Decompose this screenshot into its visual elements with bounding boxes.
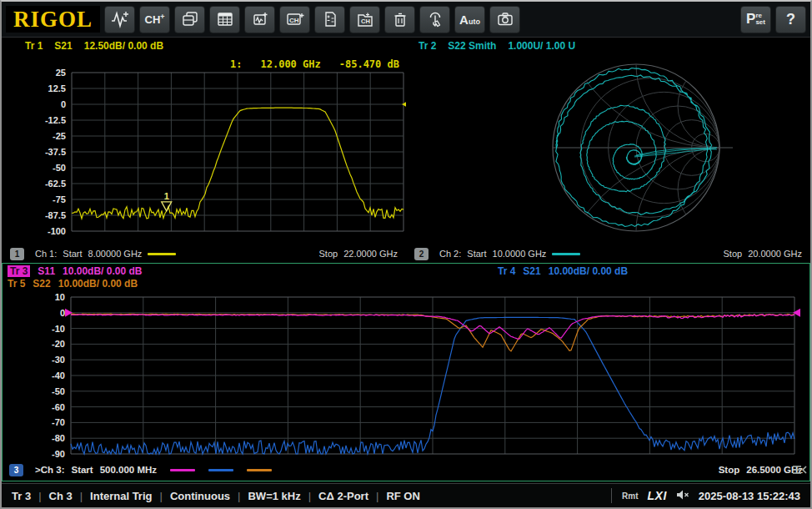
marker1-readout: 1: 12.000 GHz -85.470 dB xyxy=(230,58,399,70)
datetime-display: 2025-08-13 15:22:43 xyxy=(699,490,800,502)
svg-text:-20: -20 xyxy=(52,339,65,349)
svg-text:CH: CH xyxy=(289,17,299,24)
tr3-header[interactable]: Tr 3 S11 10.00dB/ 0.00 dB xyxy=(8,265,142,277)
marker1-index: 1: xyxy=(230,58,242,70)
svg-text:-12.5: -12.5 xyxy=(45,115,66,125)
trace-save-icon xyxy=(321,10,339,28)
tr5-scale: 10.00dB/ 0.00 dB xyxy=(58,278,138,290)
toolbar: RIGOL CH+ CH xyxy=(2,2,810,38)
preset-button[interactable]: Preset xyxy=(740,6,771,33)
ch3-badge[interactable]: 3 xyxy=(9,464,23,476)
status-sweep[interactable]: Continuous xyxy=(170,490,230,502)
tr4-trace-swatch xyxy=(208,469,233,471)
trace-window-button[interactable] xyxy=(244,6,275,33)
channel-save-button[interactable]: CH xyxy=(349,6,380,33)
ch3-plot[interactable]: 100-10-20-30-40-50-60-70-80-90 xyxy=(3,294,809,459)
ch3-footer: 3 >Ch 3: Start 500.000 MHz Stop 26.5000 … xyxy=(3,460,809,480)
ch2-stop-value: 20.0000 GHz xyxy=(748,249,802,259)
svg-text:-90: -90 xyxy=(52,449,65,459)
svg-text:0: 0 xyxy=(61,99,66,109)
status-bar: Tr 3 | Ch 3 | Internal Trig | Continuous… xyxy=(2,483,810,507)
status-trace[interactable]: Tr 3 xyxy=(12,490,31,502)
trace-save-button[interactable] xyxy=(314,6,345,33)
channel-window-button[interactable]: CH xyxy=(279,6,310,33)
tr3-label: Tr 3 xyxy=(8,265,30,277)
channel2-panel: Tr 2 S22 Smith 1.000U/ 1.00 U 2 Ch 2: St… xyxy=(406,38,810,263)
svg-text:-62.5: -62.5 xyxy=(45,179,66,189)
channel-window-icon: CH xyxy=(285,10,305,28)
tr5-header[interactable]: Tr 5 S22 10.00dB/ 0.00 dB xyxy=(8,278,138,290)
status-channel[interactable]: Ch 3 xyxy=(49,490,73,502)
tr5-trace-swatch xyxy=(247,469,272,471)
svg-text:CH: CH xyxy=(361,18,370,25)
channel3-panel: Tr 3 S11 10.00dB/ 0.00 dB Tr 5 S22 10.00… xyxy=(2,263,810,481)
tr1-header[interactable]: Tr 1 S21 12.50dB/ 0.00 dB xyxy=(25,40,163,52)
svg-text:-40: -40 xyxy=(52,370,65,380)
svg-text:0: 0 xyxy=(60,308,65,318)
measure-table-icon xyxy=(216,10,234,28)
camera-icon xyxy=(496,10,514,28)
svg-text:12.5: 12.5 xyxy=(48,83,66,93)
ch3-label: >Ch 3: xyxy=(35,465,64,475)
svg-text:-60: -60 xyxy=(52,402,65,412)
channel-add-button[interactable]: CH+ xyxy=(139,6,170,33)
tr2-trace-swatch xyxy=(552,253,580,255)
ch1-badge[interactable]: 1 xyxy=(10,248,24,260)
svg-text:-75: -75 xyxy=(53,194,66,204)
top-row: Tr 1 S21 12.50dB/ 0.00 dB 1: 12.000 GHz … xyxy=(2,38,810,263)
marker1-freq: 12.000 GHz xyxy=(261,58,321,70)
tr4-param: S21 xyxy=(523,265,540,277)
tr1-trace-swatch xyxy=(148,253,176,255)
tr1-scale: 12.50dB/ 0.00 dB xyxy=(84,40,163,52)
vna-screen: RIGOL CH+ CH xyxy=(0,0,812,509)
tr1-plot[interactable]: 2512.50-12.5-25-37.5-50-62.5-75-87.5-100… xyxy=(2,53,406,244)
display-layout-button[interactable] xyxy=(174,6,205,33)
rigol-logo: RIGOL xyxy=(6,6,100,33)
tr2-scale: 1.000U/ 1.00 U xyxy=(508,40,575,52)
svg-text:-80: -80 xyxy=(52,433,65,443)
measure-table-button[interactable] xyxy=(209,6,240,33)
trace-add-button[interactable] xyxy=(104,6,135,33)
speaker-mute-icon xyxy=(676,489,689,503)
ch1-label: Ch 1: xyxy=(35,249,57,259)
svg-text:-100: -100 xyxy=(48,226,66,236)
tr5-label: Tr 5 xyxy=(8,278,25,290)
status-cal[interactable]: CΔ 2-Port xyxy=(318,490,368,502)
touch-icon xyxy=(426,10,444,28)
tr4-label: Tr 4 xyxy=(498,265,515,277)
svg-text:-70: -70 xyxy=(52,417,65,427)
help-button[interactable]: ? xyxy=(775,6,806,33)
svg-text:-87.5: -87.5 xyxy=(45,210,66,220)
ch2-label: Ch 2: xyxy=(439,249,461,259)
menu-collapse-icon[interactable] xyxy=(791,464,808,479)
ch3-stop-label: Stop xyxy=(719,465,740,475)
ch1-start-value: 8.00000 GHz xyxy=(88,249,143,259)
auto-scale-button[interactable]: Auto xyxy=(454,6,485,33)
trace-window-icon xyxy=(251,10,269,28)
tr2-label: Tr 2 xyxy=(419,40,436,52)
tr2-header[interactable]: Tr 2 S22 Smith 1.000U/ 1.00 U xyxy=(419,40,575,52)
status-bandwidth[interactable]: BW=1 kHz xyxy=(248,490,300,502)
delete-button[interactable] xyxy=(384,6,415,33)
touch-mode-button[interactable] xyxy=(419,6,450,33)
svg-text:-30: -30 xyxy=(52,355,65,365)
help-icon: ? xyxy=(786,11,795,28)
ch1-stop-value: 22.0000 GHz xyxy=(343,249,398,259)
window-layers-icon xyxy=(181,10,199,28)
channel-save-icon: CH xyxy=(356,10,374,28)
svg-text:-50: -50 xyxy=(53,163,66,173)
tr1-param: S21 xyxy=(54,40,72,52)
tr5-param: S22 xyxy=(33,278,50,290)
tr4-header[interactable]: Tr 4 S21 10.00dB/ 0.00 dB xyxy=(498,265,628,277)
tr2-smith-chart[interactable] xyxy=(406,53,810,244)
ch2-start-label: Start xyxy=(467,249,486,259)
status-right: Rmt LXI 2025-08-13 15:22:43 xyxy=(611,488,800,503)
tr2-param: S22 Smith xyxy=(448,40,496,52)
ch2-badge[interactable]: 2 xyxy=(414,248,429,260)
preset-icon: Preset xyxy=(746,11,765,28)
svg-text:10: 10 xyxy=(55,294,65,302)
svg-text:1: 1 xyxy=(164,191,169,201)
status-trigger[interactable]: Internal Trig xyxy=(90,490,152,502)
status-rf[interactable]: RF ON xyxy=(386,490,419,502)
screenshot-button[interactable] xyxy=(489,6,520,33)
